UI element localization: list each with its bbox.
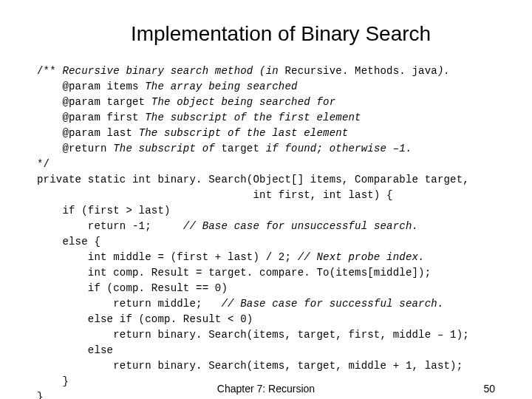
code-line: else {: [37, 236, 100, 248]
code-comment: if found; otherwise –1.: [259, 143, 412, 154]
code-line: else if (comp. Result < 0): [37, 313, 253, 325]
code-line: */: [37, 158, 50, 170]
code-line: private static int binary. Search(Object…: [37, 174, 469, 185]
code-text: target: [221, 143, 259, 154]
code-line: return -1;: [37, 220, 183, 232]
code-line: }: [37, 391, 44, 399]
code-comment: ).: [437, 65, 450, 77]
code-line: @param items: [37, 81, 145, 92]
code-comment: The object being searched for: [151, 96, 335, 108]
code-line: @return: [37, 143, 113, 154]
code-comment: The subscript of the first element: [145, 112, 361, 123]
code-comment: The subscript of: [113, 143, 221, 154]
code-line: return binary. Search(items, target, mid…: [37, 360, 463, 372]
code-block: /** Recursive binary search method (in R…: [37, 64, 495, 399]
code-line: return binary. Search(items, target, fir…: [37, 329, 469, 341]
code-comment: // Base case for unsuccessful search.: [183, 220, 418, 232]
code-line: int comp. Result = target. compare. To(i…: [37, 267, 431, 279]
code-line: int middle = (first + last) / 2;: [37, 251, 298, 263]
code-comment: Recursive binary search method (in: [62, 65, 284, 77]
code-comment: // Next probe index.: [298, 251, 425, 263]
page-number: 50: [483, 383, 495, 395]
code-line: @param last: [37, 127, 139, 139]
code-line: @param first: [37, 112, 145, 123]
code-comment: // Base case for successful search.: [221, 298, 443, 310]
code-line: if (first > last): [37, 205, 171, 216]
code-line: return middle;: [37, 298, 221, 310]
code-line: /**: [37, 65, 62, 77]
slide: Implementation of Binary Search /** Recu…: [0, 0, 532, 399]
footer-chapter: Chapter 7: Recursion: [217, 383, 315, 395]
code-comment: The array being searched: [145, 81, 297, 92]
code-line: if (comp. Result == 0): [37, 282, 228, 294]
code-line: else: [37, 344, 113, 356]
code-text: Recursive. Methods. java: [284, 65, 437, 77]
code-line: @param target: [37, 96, 151, 108]
code-line: int first, int last) {: [37, 189, 393, 201]
code-line: }: [37, 375, 69, 387]
code-comment: The subscript of the last element: [139, 127, 349, 139]
slide-title: Implementation of Binary Search: [37, 22, 495, 46]
